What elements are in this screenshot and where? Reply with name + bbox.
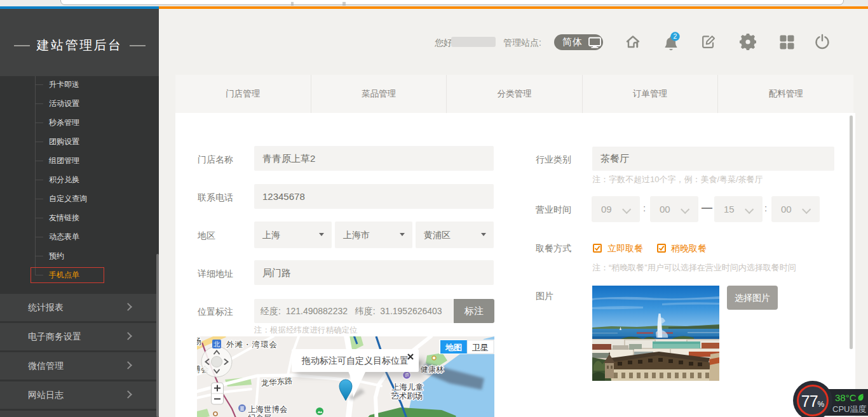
svg-text:地图: 地图 <box>445 343 462 352</box>
svg-text:外滩・湾環会: 外滩・湾環会 <box>226 340 278 349</box>
svg-text:卫星: 卫星 <box>472 343 489 352</box>
svg-text:2: 2 <box>674 32 677 40</box>
svg-text:拖动标注可自定义目标位置: 拖动标注可自定义目标位置 <box>301 355 409 366</box>
svg-text:上海世博会: 上海世博会 <box>248 405 288 414</box>
svg-text:北: 北 <box>214 341 220 348</box>
svg-text:上海儿童: 上海儿童 <box>391 383 424 392</box>
svg-text:艺术剧场: 艺术剧场 <box>391 392 423 400</box>
svg-text:纪念展: 纪念展 <box>248 414 272 417</box>
svg-text:场: 场 <box>197 336 201 346</box>
